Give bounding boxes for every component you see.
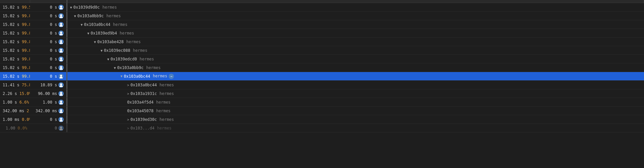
expand-chevron[interactable]: ▼ (74, 14, 76, 18)
symbol-library: hermes (126, 40, 141, 44)
expand-chevron[interactable]: ▼ (94, 40, 96, 44)
weight-percent: 99.8% (22, 65, 30, 70)
weight-value: 1.00 s (3, 100, 20, 105)
weight-percent: 75.8% (22, 83, 30, 87)
expand-chevron[interactable]: ▼ (87, 32, 89, 35)
table-row[interactable]: 15.02 s 99.8%0 s▼0x103a0bb9chermes (0, 12, 644, 20)
weight-percent: 2.2% (27, 109, 30, 113)
weight-cell: 15.02 s 99.8% (0, 72, 30, 81)
table-row[interactable]: 15.02 s 99.5%0 s▼0x1039d9d0chermes (0, 3, 644, 12)
weight-header[interactable] (0, 0, 30, 3)
weight-cell: 15.02 s 99.8% (0, 29, 30, 38)
self-weight-value: 0 s (50, 65, 57, 70)
symbol-cell: ▼0x103a0bc44hermes→ (67, 72, 644, 81)
expand-chevron[interactable]: ▼ (114, 66, 116, 70)
symbol-address: 0x103a45078 (127, 109, 153, 113)
self-weight-cell: 0 s (30, 12, 66, 20)
weight-value: 15.02 s (3, 65, 22, 70)
symbol-library: hermes (153, 74, 167, 78)
self-weight-value: 0 s (50, 74, 57, 78)
expand-chevron[interactable]: > (127, 126, 129, 130)
weight-value: 1.00 (6, 126, 18, 130)
symbol-library: hermes (107, 14, 121, 18)
symbol-cell: ▼0x1039edcd0hermes (67, 55, 644, 63)
weight-value: 15.02 s (3, 74, 22, 79)
self-weight-cell: 342.00 ms (30, 107, 66, 115)
user-icon (58, 22, 64, 27)
weight-cell: 15.02 s 99.8% (0, 63, 30, 72)
user-icon (58, 74, 64, 79)
table-row[interactable]: 2.26 s 15.0%96.00 ms>0x103a1931chermes (0, 89, 644, 98)
user-icon (58, 65, 64, 70)
expand-chevron[interactable]: > (127, 92, 129, 96)
symbol-cell: 0x103a4f5d4hermes (67, 98, 644, 107)
user-icon (58, 13, 64, 19)
symbol-library: hermes (103, 5, 117, 10)
table-row[interactable]: 15.02 s 99.8%0 s▼0x1039ed9b4hermes (0, 29, 644, 38)
expand-chevron[interactable]: > (127, 83, 129, 87)
symbol-library: hermes (160, 83, 174, 87)
weight-cell: 15.02 s 99.8% (0, 38, 30, 46)
table-row[interactable]: 15.02 s 99.8%0 s▼0x103abe428hermes (0, 38, 644, 46)
weight-percent: 99.8% (22, 14, 30, 18)
self-weight-cell: 96.00 ms (30, 89, 66, 98)
table-row[interactable]: 15.02 s 99.8%0 s▼0x103a0bc44hermes→ (0, 72, 644, 81)
symbol-address: 0x103a1931c (130, 91, 157, 96)
expand-chevron[interactable]: ▼ (101, 49, 103, 52)
table-row[interactable]: 11.41 s 75.8%10.89 s>0x103a0bc44hermes (0, 81, 644, 89)
table-row[interactable]: 15.02 s 99.8%0 s▼0x1039edcd0hermes (0, 55, 644, 63)
symbol-cell: >0x1039ed30chermes (67, 115, 644, 124)
symbol-library: hermes (146, 65, 161, 70)
symbol-library: hermes (156, 109, 170, 113)
symbol-address: 0x103a0bc44 (130, 83, 157, 87)
table-row[interactable]: 1.00 0.0%0>0x103...d4hermes (0, 124, 644, 132)
self-weight-value: 96.00 ms (38, 91, 57, 96)
self-weight-cell: 0 s (30, 115, 66, 124)
symbol-address: 0x103...d4 (130, 126, 154, 130)
weight-cell: 1.00 s 6.6% (0, 98, 30, 107)
symbol-library: hermes (133, 48, 147, 53)
expand-chevron[interactable]: ▼ (81, 23, 83, 27)
weight-percent: 99.8% (22, 31, 30, 36)
table-row[interactable]: 15.02 s 99.8%0 s▼0x1039ec088hermes (0, 46, 644, 55)
self-weight-value: 0 s (50, 39, 57, 44)
expand-chevron[interactable]: ▼ (70, 6, 72, 9)
weight-percent: 0.0% (22, 117, 30, 122)
weight-value: 2.26 s (3, 91, 20, 96)
table-row[interactable]: 15.02 s 99.8%0 s▼0x103a0bb9chermes (0, 63, 644, 72)
self-weight-value: 0 s (50, 48, 57, 52)
symbol-address: 0x103a4f5d4 (127, 100, 153, 105)
symbol-address: 0x103abe428 (97, 40, 123, 44)
self-weight-cell: 10.89 s (30, 81, 66, 89)
weight-value: 15.02 s (3, 31, 22, 36)
self-weight-value: 0 (55, 126, 57, 130)
symbol-address: 0x103a0bc44 (124, 74, 150, 78)
weight-percent: 99.8% (22, 40, 30, 44)
symbol-address: 0x103a0bb9c (77, 14, 104, 18)
user-icon (58, 31, 64, 36)
self-weight-cell: 0 s (30, 3, 66, 12)
expand-chevron[interactable]: ▼ (107, 57, 109, 61)
self-weight-header[interactable] (30, 0, 66, 3)
self-weight-cell: 0 s (30, 55, 66, 63)
table-row[interactable]: 1.00 ms 0.0%0 s>0x1039ed30chermes (0, 115, 644, 124)
symbol-address: 0x1039edcd0 (111, 57, 137, 61)
weight-value: 342.00 ms (3, 109, 27, 113)
table-row[interactable]: 1.00 s 6.6%1.00 s0x103a4f5d4hermes (0, 98, 644, 107)
symbol-name-header[interactable] (67, 0, 644, 3)
self-weight-value: 10.89 s (40, 82, 57, 87)
user-icon (58, 48, 64, 53)
self-weight-cell: 0 s (30, 46, 66, 55)
weight-value: 15.02 s (3, 5, 22, 10)
expand-chevron[interactable]: > (127, 118, 129, 122)
table-row[interactable]: 15.02 s 99.8%0 s▼0x103a0bc44hermes (0, 20, 644, 29)
user-icon (58, 117, 64, 122)
table-row[interactable]: 342.00 ms 2.2%342.00 ms0x103a45078hermes (0, 107, 644, 115)
navigate-arrow-icon[interactable]: → (169, 74, 174, 79)
self-weight-cell: 0 s (30, 20, 66, 29)
user-icon (58, 5, 64, 10)
self-weight-value: 0 s (50, 56, 57, 61)
symbol-library: hermes (113, 22, 127, 27)
symbol-library: hermes (156, 100, 170, 105)
expand-chevron[interactable]: ▼ (121, 74, 122, 78)
